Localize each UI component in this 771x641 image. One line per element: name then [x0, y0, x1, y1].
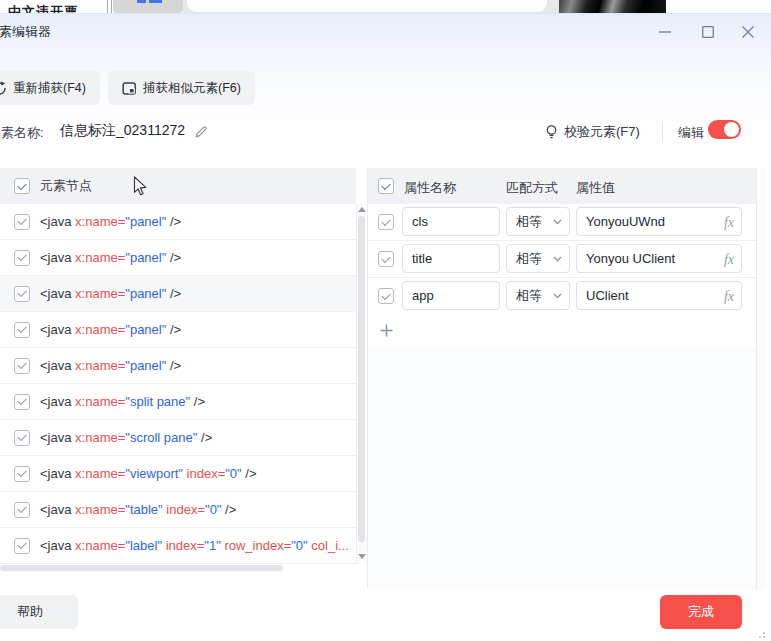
- node-xml-text: <java x:name="viewport" index="0" />: [40, 466, 257, 481]
- attribute-checkbox[interactable]: [378, 251, 394, 267]
- edit-mode-label: 编辑: [678, 124, 704, 142]
- dialog-title: 元素编辑器: [0, 23, 51, 41]
- background-table-cell: 中文违开票: [0, 0, 112, 13]
- resize-grip[interactable]: [759, 636, 761, 638]
- match-mode-select[interactable]: 相等: [506, 244, 570, 273]
- capture-similar-button[interactable]: 捕获相似元素(F6): [108, 71, 255, 105]
- minimize-button[interactable]: [657, 24, 673, 40]
- help-button[interactable]: 帮助: [0, 595, 78, 629]
- recapture-label: 重新捕获(F4): [13, 80, 86, 97]
- toggle-knob: [724, 122, 739, 137]
- node-checkbox[interactable]: [14, 286, 30, 302]
- edit-name-button[interactable]: [194, 124, 209, 139]
- chevron-down-icon: [553, 256, 562, 262]
- element-node-row[interactable]: <java x:name="panel" />: [0, 312, 356, 348]
- attribute-value-input[interactable]: [576, 207, 742, 236]
- element-node-row[interactable]: <java x:name="panel" />: [0, 204, 356, 240]
- recapture-icon: [0, 81, 7, 96]
- scroll-down-arrow-icon[interactable]: [358, 554, 366, 559]
- attribute-row-list: 相等fx相等fx相等fx: [368, 204, 756, 315]
- done-label: 完成: [688, 603, 714, 621]
- pencil-icon: [194, 124, 209, 139]
- close-button[interactable]: [740, 24, 756, 40]
- background-table-gridline: [107, 0, 108, 13]
- match-mode-value: 相等: [516, 213, 542, 231]
- attribute-name-input[interactable]: [402, 244, 500, 273]
- scroll-up-arrow-icon[interactable]: [358, 207, 366, 212]
- add-attribute-row: [368, 312, 756, 349]
- attribute-row: 相等fx: [368, 278, 756, 315]
- cursor-arrow-icon: [133, 176, 148, 197]
- nodes-vertical-scrollbar-thumb[interactable]: [358, 216, 365, 542]
- background-app-button: [113, 0, 183, 13]
- match-mode-select[interactable]: 相等: [506, 207, 570, 236]
- node-xml-text: <java x:name="panel" />: [40, 286, 181, 301]
- element-name-value: 信息标注_02311272: [60, 122, 185, 140]
- select-all-nodes-checkbox[interactable]: [14, 178, 30, 194]
- maximize-button[interactable]: [700, 24, 716, 40]
- node-checkbox[interactable]: [14, 214, 30, 230]
- element-editor-dialog: 元素编辑器 重新捕获(F4) 捕获相似元素(F6) 元素名称: 信: [0, 13, 771, 641]
- node-checkbox[interactable]: [14, 502, 30, 518]
- background-table-gridline: [111, 0, 112, 13]
- element-node-row[interactable]: <java x:name="label" index="1" row_index…: [0, 528, 356, 564]
- attribute-value-cell: fx: [576, 244, 742, 273]
- element-node-row[interactable]: <java x:name="table" index="0" />: [0, 492, 356, 528]
- node-xml-text: <java x:name="panel" />: [40, 250, 181, 265]
- resize-grip[interactable]: [763, 632, 765, 634]
- nodes-panel-header: 元素节点: [0, 168, 356, 204]
- maximize-icon: [702, 26, 714, 38]
- select-all-attributes-checkbox[interactable]: [378, 178, 394, 194]
- attribute-name-input[interactable]: [402, 281, 500, 310]
- attribute-name-input[interactable]: [402, 207, 500, 236]
- resize-grip[interactable]: [763, 636, 765, 638]
- element-node-row[interactable]: <java x:name="split pane" />: [0, 384, 356, 420]
- node-checkbox[interactable]: [14, 394, 30, 410]
- mouse-cursor: [133, 176, 148, 197]
- element-node-row[interactable]: <java x:name="viewport" index="0" />: [0, 456, 356, 492]
- attributes-panel-empty-area: [368, 348, 756, 589]
- background-blue-text-fragment: [149, 0, 162, 3]
- node-checkbox[interactable]: [14, 358, 30, 374]
- attribute-checkbox[interactable]: [378, 214, 394, 230]
- node-xml-text: <java x:name="table" index="0" />: [40, 502, 236, 517]
- recapture-button[interactable]: 重新捕获(F4): [0, 71, 100, 105]
- node-xml-text: <java x:name="scroll pane" />: [40, 430, 212, 445]
- nodes-horizontal-scrollbar-thumb[interactable]: [0, 565, 283, 571]
- node-checkbox[interactable]: [14, 250, 30, 266]
- capture-similar-label: 捕获相似元素(F6): [143, 80, 241, 97]
- attr-value-header: 属性值: [576, 179, 615, 197]
- node-checkbox[interactable]: [14, 466, 30, 482]
- edit-toggle[interactable]: [708, 120, 741, 139]
- node-xml-text: <java x:name="panel" />: [40, 322, 181, 337]
- match-mode-select[interactable]: 相等: [506, 281, 570, 310]
- lightbulb-icon: [544, 124, 559, 140]
- attributes-vertical-scrollbar[interactable]: [757, 168, 766, 589]
- help-label: 帮助: [17, 603, 43, 621]
- attribute-checkbox[interactable]: [378, 288, 394, 304]
- match-mode-value: 相等: [516, 250, 542, 268]
- element-node-row[interactable]: <java x:name="panel" />: [0, 240, 356, 276]
- background-search-pill: [187, 0, 547, 12]
- node-checkbox[interactable]: [14, 430, 30, 446]
- attributes-panel-header: 属性名称 匹配方式 属性值: [368, 168, 756, 204]
- capture-similar-icon: [122, 81, 137, 96]
- node-xml-text: <java x:name="label" index="1" row_index…: [40, 538, 349, 553]
- chevron-down-icon: [553, 219, 562, 225]
- close-icon: [742, 26, 754, 38]
- add-attribute-button[interactable]: [378, 322, 394, 338]
- done-button[interactable]: 完成: [660, 595, 742, 629]
- attribute-value-input[interactable]: [576, 281, 742, 310]
- element-node-row[interactable]: <java x:name="scroll pane" />: [0, 420, 356, 456]
- attribute-value-input[interactable]: [576, 244, 742, 273]
- element-node-list: <java x:name="panel" /><java x:name="pan…: [0, 204, 356, 564]
- verify-element-button[interactable]: 校验元素(F7): [544, 120, 640, 144]
- attribute-value-cell: fx: [576, 281, 742, 310]
- node-checkbox[interactable]: [14, 322, 30, 338]
- element-node-row[interactable]: <java x:name="panel" />: [0, 348, 356, 384]
- node-checkbox[interactable]: [14, 538, 30, 554]
- element-node-row[interactable]: <java x:name="panel" />: [0, 276, 356, 312]
- node-xml-text: <java x:name="split pane" />: [40, 394, 205, 409]
- screen: 中文违开票 元素编辑器 重新捕获(F4): [0, 0, 771, 641]
- attribute-row: 相等fx: [368, 204, 756, 241]
